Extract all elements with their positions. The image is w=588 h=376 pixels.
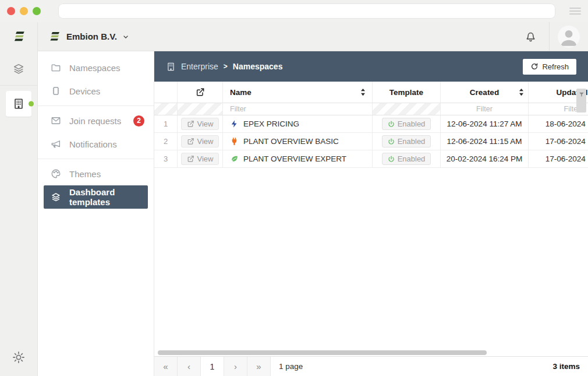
table-filter-row <box>154 103 588 115</box>
previous-page-button[interactable]: ‹ <box>178 357 201 376</box>
breadcrumb-separator: > <box>224 62 228 71</box>
view-button[interactable]: View <box>181 135 219 147</box>
sidebar-item-dashboard-templates[interactable]: Dashboard templates <box>44 185 148 209</box>
rail-item-dashboards[interactable] <box>7 57 30 80</box>
refresh-button[interactable]: Refresh <box>523 59 576 75</box>
table-header-row: Name Template Created Update <box>154 82 588 103</box>
view-button[interactable]: View <box>181 118 219 130</box>
main-panel: Enterprise > Namespaces Refresh <box>154 51 588 376</box>
right-column: Embion B.V. <box>38 22 588 376</box>
namespace-name: PLANT OVERVIEW BASIC <box>243 137 339 146</box>
sidebar-item-notifications[interactable]: Notifications <box>38 132 154 156</box>
sidebar-item-label: Notifications <box>69 139 117 149</box>
created-filter-input[interactable] <box>441 105 528 113</box>
sidebar-divider <box>38 106 154 106</box>
breadcrumb: Enterprise > Namespaces Refresh <box>154 51 588 82</box>
app-frame: Embion B.V. <box>0 22 588 376</box>
sort-icon[interactable] <box>360 88 366 96</box>
page-count-label: 1 page <box>279 362 303 371</box>
megaphone-icon <box>51 139 61 149</box>
external-link-icon <box>187 120 194 128</box>
first-page-button[interactable]: « <box>154 357 178 376</box>
last-page-button[interactable]: » <box>247 357 271 376</box>
row-number: 1 <box>154 115 178 132</box>
sidebar-item-devices[interactable]: Devices <box>38 79 154 103</box>
header-name[interactable]: Name <box>223 82 373 103</box>
lightning-icon <box>230 120 239 128</box>
table-row[interactable]: 1 View EPEX PRICING <box>154 115 588 133</box>
refresh-icon <box>530 62 539 71</box>
breadcrumb-enterprise[interactable]: Enterprise <box>181 62 218 71</box>
refresh-label: Refresh <box>542 62 569 71</box>
header-template[interactable]: Template <box>373 82 441 103</box>
power-icon <box>388 138 395 145</box>
rail-divider <box>0 85 37 86</box>
maximize-window-button[interactable] <box>33 7 41 15</box>
name-cell: PLANT OVERVIEW BASIC <box>223 133 373 150</box>
org-name: Embion B.V. <box>66 31 117 41</box>
sort-icon[interactable] <box>518 88 525 96</box>
created-date: 12-06-2024 11:15 AM <box>447 137 522 146</box>
table-row[interactable]: 3 View PLANT OVERVIEW EXPERT <box>154 150 588 168</box>
filter-template-disabled <box>373 103 441 115</box>
user-avatar[interactable] <box>558 26 580 48</box>
name-filter-input[interactable] <box>230 105 366 113</box>
template-status-badge: Enabled <box>382 118 431 130</box>
template-status-badge: Enabled <box>382 153 431 165</box>
external-link-icon <box>196 87 205 97</box>
building-icon <box>12 97 25 110</box>
enterprise-status-dot <box>29 101 34 107</box>
updated-date: 17-06-2024 14: <box>546 137 588 146</box>
app-logo-icon <box>0 22 37 51</box>
folder-icon <box>51 62 61 73</box>
sidebar-item-label: Themes <box>69 169 101 179</box>
updated-date: 17-06-2024 16: <box>546 154 588 163</box>
power-icon <box>388 121 395 128</box>
created-date: 12-06-2024 11:27 AM <box>447 120 522 128</box>
browser-menu-icon[interactable] <box>569 8 581 15</box>
chip-icon <box>51 86 61 96</box>
url-bar[interactable] <box>58 3 555 19</box>
header-created[interactable]: Created <box>441 82 529 103</box>
app-header: Embion B.V. <box>38 22 588 51</box>
browser-window: Embion B.V. <box>0 0 588 376</box>
funnel-icon <box>579 92 585 97</box>
horizontal-scrollbar-thumb[interactable] <box>158 350 487 355</box>
app-body: Namespaces Devices Join requests 2 N <box>38 51 588 376</box>
row-number: 3 <box>154 150 178 167</box>
palette-icon <box>51 168 61 179</box>
notifications-bell-icon[interactable] <box>524 30 537 43</box>
items-count-label: 3 items <box>552 362 580 371</box>
join-requests-badge: 2 <box>133 115 144 126</box>
pagination-bar: « ‹ 1 › » 1 page 3 items <box>154 356 588 376</box>
table-row[interactable]: 2 View PLANT OVERVIEW BASIC <box>154 133 588 150</box>
minimize-window-button[interactable] <box>20 7 28 15</box>
header-actions <box>524 22 588 51</box>
header-open <box>178 82 223 103</box>
settings-gear-icon[interactable] <box>12 350 26 364</box>
horizontal-scrollbar <box>154 349 588 356</box>
sidebar-item-namespaces[interactable]: Namespaces <box>38 56 154 79</box>
next-page-button[interactable]: › <box>224 357 247 376</box>
icon-rail <box>0 22 38 376</box>
column-filter-toggle[interactable] <box>576 89 586 113</box>
filter-created-cell <box>441 103 529 115</box>
chevron-down-icon <box>122 33 129 40</box>
filter-name-cell <box>223 103 373 115</box>
breadcrumb-namespaces[interactable]: Namespaces <box>233 62 283 71</box>
template-status-badge: Enabled <box>382 135 431 147</box>
sidebar-item-themes[interactable]: Themes <box>38 162 154 185</box>
app-logo-icon <box>47 30 61 44</box>
namespace-name: EPEX PRICING <box>243 120 299 128</box>
external-link-icon <box>187 155 194 163</box>
rail-item-enterprise[interactable] <box>6 91 31 117</box>
updated-date: 18-06-2024 12: <box>546 120 588 128</box>
sidebar-item-join-requests[interactable]: Join requests 2 <box>38 109 154 132</box>
org-switcher[interactable]: Embion B.V. <box>47 30 129 44</box>
sidebar-item-label: Join requests <box>69 116 121 126</box>
current-page-button[interactable]: 1 <box>201 357 224 376</box>
close-window-button[interactable] <box>7 7 15 15</box>
view-button[interactable]: View <box>181 153 219 165</box>
row-number: 2 <box>154 133 178 150</box>
created-date: 20-02-2024 16:24 PM <box>447 154 523 163</box>
